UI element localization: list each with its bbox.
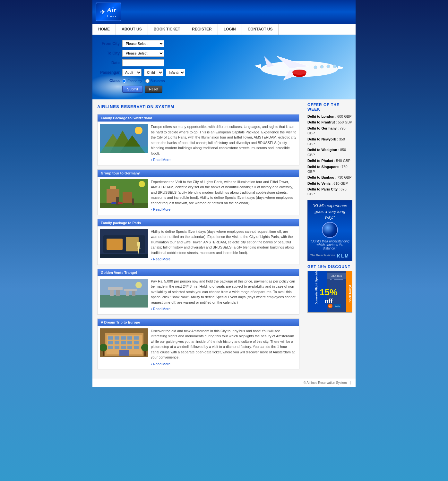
offer-destination: Delhi to Newyork <box>307 137 336 141</box>
svg-rect-51 <box>121 341 126 344</box>
svg-point-3 <box>327 65 330 68</box>
nav-about[interactable]: ABOUT US <box>116 24 148 35</box>
infants-select[interactable]: Infants <box>166 69 185 76</box>
svg-rect-53 <box>134 341 139 344</box>
offer-item: Delhi to Germany : 790 GBP <box>307 126 352 136</box>
svg-rect-63 <box>144 351 146 356</box>
nav-register[interactable]: REGISTER <box>186 24 218 35</box>
klm-advertisement: "KLM's experience goes a very long way."… <box>307 200 352 262</box>
nav-login[interactable]: LOGIN <box>218 24 242 35</box>
svg-rect-55 <box>115 346 119 349</box>
svg-rect-16 <box>123 192 132 205</box>
nav-contact[interactable]: CONTACT US <box>242 24 279 35</box>
article-paragraph: Discover the old and new Amsterdam in th… <box>151 329 295 359</box>
offer-item: Delhi to Franfrut : 550 GBP <box>307 120 352 125</box>
main-content: AIRLINES RESERVATION SYSTEM Family Packa… <box>92 99 304 378</box>
offers-list: Delhi to London : 600 GBP Delhi to Franf… <box>307 114 352 197</box>
svg-rect-44 <box>108 336 113 340</box>
article-card: Golden Vents Trangel <box>97 269 299 315</box>
offer-item: Delhi to Singapore : 760 GBP <box>307 165 352 174</box>
klm-quote: "KLM's experience goes a very long way." <box>310 203 349 221</box>
to-city-label: To City <box>99 51 120 55</box>
article-card: A Dream Trip to Europe <box>97 318 299 370</box>
discount-banner: Domestic Flight Specials 15% off Book To… <box>307 271 352 313</box>
svg-rect-50 <box>115 341 119 344</box>
footer-divider: | <box>350 381 351 384</box>
offer-item: Delhi to Newyork : 350 GBP <box>307 137 352 147</box>
read-more-link[interactable]: › Read More <box>151 207 297 212</box>
adult-select[interactable]: Adult <box>122 69 142 76</box>
svg-rect-21 <box>111 202 116 204</box>
svg-text:off: off <box>324 298 333 305</box>
economy-radio-label[interactable]: Economy <box>122 79 142 83</box>
nav-book[interactable]: BOOK TICKET <box>148 24 186 35</box>
read-more-link[interactable]: › Read More <box>151 361 297 367</box>
read-more-link[interactable]: › Read More <box>151 257 297 262</box>
article-text: Experience the Visit to the City of Ligh… <box>151 179 297 212</box>
business-radio[interactable] <box>145 79 150 83</box>
logo-text: Air lines <box>107 6 117 18</box>
nav-home[interactable]: HOME <box>92 24 116 35</box>
svg-point-1 <box>314 66 317 69</box>
article-text: Pay Rs. 5,000 per person now and hold th… <box>151 279 297 312</box>
svg-rect-39 <box>124 289 137 291</box>
svg-point-6 <box>292 70 306 75</box>
business-radio-label[interactable]: Business <box>145 79 165 83</box>
article-paragraph: Europe offers so many opportunities with… <box>151 125 296 155</box>
svg-rect-54 <box>108 346 113 349</box>
article-img-placeholder <box>100 229 148 258</box>
svg-rect-22 <box>118 202 123 204</box>
passenger-label: Passengar <box>99 70 120 75</box>
economy-radio[interactable] <box>122 79 126 83</box>
from-city-label: From City <box>99 41 120 46</box>
hero-plane-area <box>250 42 346 93</box>
article-img-placeholder <box>100 124 148 153</box>
from-city-select[interactable]: Please Select <box>122 40 164 47</box>
svg-rect-11 <box>100 147 148 153</box>
content-area: AIRLINES RESERVATION SYSTEM Family Packa… <box>92 99 356 378</box>
article-body: Experience the Visit to the City of Ligh… <box>98 177 299 215</box>
svg-text:All Airlines: All Airlines <box>332 275 342 277</box>
plane-svg <box>251 46 344 88</box>
to-city-select[interactable]: Please Select <box>122 50 164 57</box>
article-body: Discover the old and new Amsterdam in th… <box>98 326 299 369</box>
article-header: A Dream Trip to Europe <box>98 319 299 326</box>
child-select[interactable]: Child <box>144 69 163 76</box>
read-more-link[interactable]: › Read More <box>151 157 297 163</box>
svg-point-12 <box>135 127 142 134</box>
svg-rect-45 <box>115 336 119 340</box>
reset-button[interactable]: Reset <box>145 86 162 93</box>
date-input[interactable] <box>122 59 164 66</box>
svg-rect-26 <box>126 237 139 251</box>
offer-destination: Delhi to Germany <box>307 126 337 130</box>
article-image <box>100 124 148 153</box>
article-image <box>100 279 148 308</box>
article-paragraph: Experience the Visit to the City of Ligh… <box>151 180 293 205</box>
svg-rect-58 <box>134 346 139 349</box>
read-more-link[interactable]: › Read More <box>151 306 297 312</box>
article-image <box>100 229 148 258</box>
article-img-placeholder <box>100 279 148 308</box>
section-title: AIRLINES RESERVATION SYSTEM <box>97 104 299 110</box>
offer-item: Delhi to Venis : 610 GBP <box>307 181 352 186</box>
offer-price: 550 GBP <box>338 120 352 124</box>
date-label: Date <box>99 61 120 65</box>
article-paragraph: Ability to define Special Event days (da… <box>151 230 294 255</box>
article-image <box>100 179 148 208</box>
hero-banner: From City Please Select To City Please S… <box>92 35 356 99</box>
svg-rect-33 <box>100 295 148 308</box>
offer-price: 730 GBP <box>337 175 352 179</box>
footer: © Airlines Reservation System | <box>92 378 356 387</box>
article-header: Family package to Paris <box>98 219 299 226</box>
logo-area: ✈ Air lines <box>96 3 121 21</box>
article-img-placeholder <box>100 179 148 208</box>
submit-button[interactable]: Submit <box>122 86 143 93</box>
klm-reliable-text: The Reliable Airline <box>310 254 335 257</box>
offer-price: 540 GBP <box>336 159 350 163</box>
offer-destination: Delhi to Bankog <box>307 175 334 179</box>
svg-rect-47 <box>127 336 132 340</box>
offer-destination: Delhi to London <box>307 114 334 118</box>
svg-text:Domestic Flight Specials: Domestic Flight Specials <box>315 271 318 304</box>
article-header: Golden Vents Trangel <box>98 269 299 276</box>
svg-rect-52 <box>127 341 132 344</box>
